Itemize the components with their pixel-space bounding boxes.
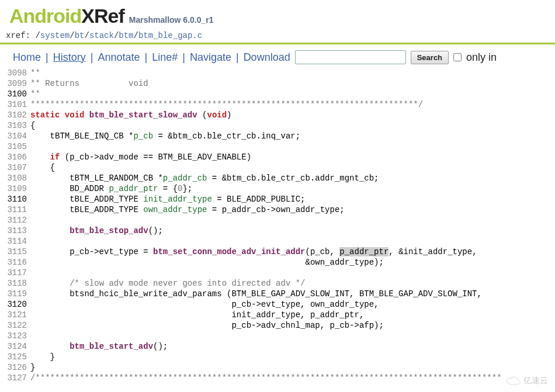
path-segment[interactable]: system — [40, 31, 70, 40]
code-text: btm_ble_start_adv(); — [30, 342, 168, 351]
navigate-link[interactable]: Navigate — [190, 51, 231, 64]
code-line: 3121 init_addr_type, p_addr_ptr, — [4, 310, 555, 320]
search-input[interactable] — [295, 50, 406, 64]
line-number[interactable]: 3113 — [4, 226, 27, 236]
code-line: 3120 p_cb->evt_type, own_addr_type, — [4, 299, 555, 310]
line-number[interactable]: 3125 — [4, 352, 27, 362]
toolbar: Home | History | Annotate | Line# | Navi… — [0, 47, 555, 68]
separator: | — [144, 51, 147, 64]
code-text: tBTM_BLE_INQ_CB *p_cb = &btm_cb.ble_ctr_… — [30, 131, 300, 141]
line-number[interactable]: 3121 — [4, 310, 27, 320]
cloud-icon — [506, 376, 521, 386]
code-text: tBLE_ADDR_TYPE own_addr_type = p_addr_cb… — [30, 205, 345, 214]
line-number[interactable]: 3119 — [4, 289, 27, 299]
search-button[interactable]: Search — [411, 51, 449, 64]
only-in-checkbox[interactable] — [453, 53, 462, 61]
line-number[interactable]: 3108 — [4, 173, 27, 183]
line-number[interactable]: 3109 — [4, 183, 27, 194]
code-line: 3124 btm_ble_start_adv(); — [4, 341, 555, 352]
watermark-text: 亿速云 — [523, 376, 548, 386]
code-line: 3126} — [4, 362, 555, 373]
code-line: 3123 — [4, 331, 555, 341]
code-line: 3106 if (p_cb->adv_mode == BTM_BLE_ADV_E… — [4, 152, 555, 162]
line-number[interactable]: 3104 — [4, 131, 27, 141]
path-segment[interactable]: stack — [89, 31, 114, 40]
code-line: 3119 btsnd_hcic_ble_write_adv_params (BT… — [4, 289, 555, 299]
path-segment[interactable]: btm_ble_gap.c — [138, 31, 202, 40]
code-text: p_cb->evt_type, own_addr_type, — [30, 300, 379, 309]
code-line: 3101************************************… — [4, 99, 555, 110]
logo-xref: XRef — [81, 5, 124, 27]
line-number[interactable]: 3107 — [4, 162, 27, 173]
breadcrumb: xref: /system/bt/stack/btm/btm_ble_gap.c — [0, 29, 555, 43]
history-link[interactable]: History — [53, 51, 86, 64]
code-text: } — [30, 363, 35, 372]
code-text: BD_ADDR p_addr_ptr = {0}; — [30, 184, 192, 193]
code-text: if (p_cb->adv_mode == BTM_BLE_ADV_ENABLE… — [30, 152, 251, 162]
code-text: ** Returns void — [30, 79, 148, 88]
line-number[interactable]: 3102 — [4, 110, 27, 120]
annotate-link[interactable]: Annotate — [98, 51, 140, 64]
separator: | — [46, 51, 48, 64]
code-text: { — [30, 163, 55, 172]
code-line: 3116 &own_addr_type); — [4, 257, 555, 268]
code-text: static void btm_ble_start_slow_adv (void… — [30, 110, 232, 120]
download-link[interactable]: Download — [244, 51, 290, 64]
code-line: 3112 — [4, 215, 555, 226]
line-number[interactable]: 3098 — [4, 68, 27, 78]
line-number[interactable]: 3117 — [4, 268, 27, 278]
code-line: 3125 } — [4, 352, 555, 362]
home-link[interactable]: Home — [13, 51, 41, 64]
code-line: 3099** Returns void — [4, 78, 555, 89]
code-line: 3114 — [4, 236, 555, 247]
code-line: 3100** — [4, 89, 555, 99]
linenum-link[interactable]: Line# — [152, 51, 178, 64]
code-text: p_cb->adv_chnl_map, p_cb->afp); — [30, 321, 384, 330]
logo-android: Android — [9, 5, 81, 27]
line-number[interactable]: 3127 — [4, 373, 27, 383]
line-number[interactable]: 3116 — [4, 257, 27, 268]
line-number[interactable]: 3124 — [4, 341, 27, 352]
line-number[interactable]: 3114 — [4, 236, 27, 247]
code-line: 3122 p_cb->adv_chnl_map, p_cb->afp); — [4, 320, 555, 331]
path-segment[interactable]: bt — [75, 31, 85, 40]
divider — [0, 43, 555, 44]
separator: | — [236, 51, 239, 64]
code-line: 3098** — [4, 68, 555, 78]
watermark: 亿速云 — [506, 376, 548, 386]
line-number[interactable]: 3123 — [4, 331, 27, 341]
line-number[interactable]: 3110 — [4, 194, 27, 204]
code-text: ** — [30, 68, 40, 78]
code-text: ** — [30, 89, 40, 99]
code-line: 3115 p_cb->evt_type = btm_set_conn_mode_… — [4, 247, 555, 257]
code-line: 3103{ — [4, 120, 555, 131]
code-text: /***************************************… — [30, 373, 502, 383]
line-number[interactable]: 3111 — [4, 204, 27, 215]
code-line: 3118 /* slow adv mode never goes into di… — [4, 278, 555, 289]
line-number[interactable]: 3115 — [4, 247, 27, 257]
line-number[interactable]: 3100 — [4, 89, 27, 99]
line-number[interactable]: 3112 — [4, 215, 27, 226]
line-number[interactable]: 3126 — [4, 362, 27, 373]
code-line: 3109 BD_ADDR p_addr_ptr = {0}; — [4, 183, 555, 194]
code-text: &own_addr_type); — [30, 258, 384, 267]
line-number[interactable]: 3122 — [4, 320, 27, 331]
code-text: ****************************************… — [30, 100, 423, 109]
logo: AndroidXRef — [9, 5, 124, 27]
code-text: btm_ble_stop_adv(); — [30, 226, 163, 235]
code-line: 3110 tBLE_ADDR_TYPE init_addr_type = BLE… — [4, 194, 555, 204]
code-line: 3104 tBTM_BLE_INQ_CB *p_cb = &btm_cb.ble… — [4, 131, 555, 141]
line-number[interactable]: 3105 — [4, 141, 27, 152]
code-line: 3111 tBLE_ADDR_TYPE own_addr_type = p_ad… — [4, 204, 555, 215]
code-text: p_cb->evt_type = btm_set_conn_mode_adv_i… — [30, 247, 477, 256]
separator: | — [182, 51, 185, 64]
line-number[interactable]: 3120 — [4, 299, 27, 310]
line-number[interactable]: 3118 — [4, 278, 27, 289]
line-number[interactable]: 3099 — [4, 78, 27, 89]
line-number[interactable]: 3106 — [4, 152, 27, 162]
path-segment[interactable]: btm — [119, 31, 133, 40]
code-text: { — [30, 121, 35, 130]
line-number[interactable]: 3103 — [4, 120, 27, 131]
code-text: init_addr_type, p_addr_ptr, — [30, 310, 364, 320]
line-number[interactable]: 3101 — [4, 99, 27, 110]
